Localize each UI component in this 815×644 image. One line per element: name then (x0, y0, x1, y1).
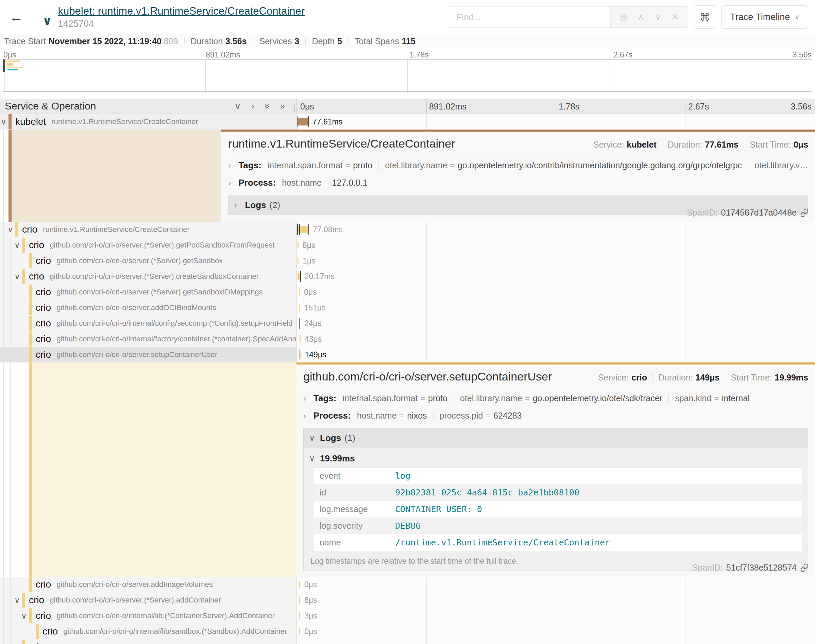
minimap-scrubber-handle[interactable] (3, 60, 5, 72)
locate-icon[interactable]: ◎ (619, 12, 628, 23)
trace-minimap[interactable] (3, 59, 812, 92)
span-name-cell[interactable]: ∨criogithub.com/cri-o/cri-o/server.(*Ser… (0, 592, 297, 608)
tags-accordion[interactable]: › Tags: internal.span.format=protootel.l… (228, 157, 808, 174)
tag-pill[interactable]: span.kind=internal (675, 393, 750, 403)
span-timeline-cell[interactable]: 0μs (297, 284, 815, 300)
span-bar[interactable] (299, 581, 300, 588)
span-row[interactable]: criogithub.com/cri-o/cri-o/server.(*Serv… (0, 253, 815, 268)
view-selector-button[interactable]: Trace Timeline ∨ (722, 5, 808, 29)
span-row[interactable]: criogithub.com/cri-o/cri-o/internal/fact… (0, 331, 815, 347)
tag-pill[interactable]: otel.library.name=go.opentelemetry.io/co… (385, 161, 742, 170)
span-timeline-cell[interactable]: 8μs (297, 237, 815, 253)
tag-pill[interactable]: internal.span.format=proto (342, 393, 447, 403)
logs-accordion-expanded[interactable]: ∨ Logs (1) (303, 428, 808, 448)
span-name-cell[interactable]: ∨criogithub.com/cri-o/cri-o/internal/lib… (0, 608, 297, 624)
span-bar[interactable] (297, 241, 299, 249)
span-row[interactable]: criogithub.com/cri-o/cri-o/server.addIma… (0, 577, 815, 592)
span-timeline-cell[interactable]: 77.08ms (297, 222, 815, 237)
span-bar[interactable] (297, 226, 309, 233)
column-resize-handle[interactable] (292, 106, 295, 112)
span-name-cell[interactable]: ∨criogithub.com/cri-o/cri-o/server.(*Ser… (0, 237, 297, 253)
expand-chevron-icon[interactable]: ∨ (21, 611, 27, 621)
detail-span-title[interactable]: runtime.v1.RuntimeService/CreateContaine… (228, 137, 593, 150)
span-name-cell[interactable]: criogithub.com/cri-o/cri-o/server.addIma… (0, 577, 297, 592)
span-name-cell[interactable]: ∨kubeletruntime.v1.RuntimeService/Create… (0, 114, 297, 130)
span-timeline-cell[interactable]: 6μs (297, 592, 815, 608)
detail-span-title[interactable]: github.com/cri-o/cri-o/server.setupConta… (303, 370, 598, 383)
process-accordion[interactable]: › Process: host.name=nixosprocess.pid=62… (303, 407, 808, 424)
span-name-cell[interactable]: criogithub.com/cri-o/cri-o/server.(*Serv… (0, 284, 297, 300)
span-row[interactable]: ∨criogithub.com/cri-o/cri-o/server.(*Ser… (0, 237, 815, 253)
span-bar[interactable] (299, 596, 300, 604)
span-timeline-cell[interactable]: 0μs (297, 577, 815, 592)
span-timeline-cell[interactable]: 149μs (297, 347, 815, 362)
trace-title-link[interactable]: kubelet: runtime.v1.RuntimeService/Creat… (58, 5, 305, 17)
span-row[interactable]: ∨criogithub.com/cri-o/cri-o/server.(*Ser… (0, 592, 815, 608)
span-name-cell[interactable]: criogithub.com/cri-o/cri-o/internal/conf… (0, 316, 297, 331)
expand-one-icon[interactable]: › (251, 101, 254, 112)
span-name-cell[interactable]: criogithub.com/cri-o/cri-o/server.addOCI… (0, 300, 297, 316)
span-row[interactable]: ∨crioruntime.v1.RuntimeService/CreateCon… (0, 222, 815, 237)
span-name-cell[interactable]: ∨crioruntime.v1.RuntimeService/CreateCon… (0, 222, 297, 237)
span-timeline-cell[interactable]: 0μs (297, 624, 815, 639)
span-name-cell[interactable]: criogithub.com/cri-o/cri-o/server.(*Serv… (0, 639, 297, 644)
tag-pill[interactable]: otel.library.name=go.opentelemetry.io/ot… (460, 393, 662, 403)
find-input[interactable] (449, 6, 610, 28)
span-timeline-cell[interactable]: 151μs (297, 300, 815, 316)
span-name-cell[interactable]: criogithub.com/cri-o/cri-o/internal/fact… (0, 331, 297, 347)
expand-chevron-icon[interactable]: ∨ (1, 117, 6, 126)
clear-search-icon[interactable]: ✕ (671, 12, 679, 23)
span-row[interactable]: ∨criogithub.com/cri-o/cri-o/internal/lib… (0, 608, 815, 624)
span-row[interactable]: criogithub.com/cri-o/cri-o/server.setupC… (0, 347, 815, 362)
span-bar[interactable] (299, 320, 300, 327)
collapse-one-icon[interactable]: ∨ (234, 101, 241, 112)
process-accordion[interactable]: › Process: host.name=127.0.0.1 (228, 174, 808, 192)
back-button[interactable]: ← (0, 0, 33, 34)
prev-result-icon[interactable]: ∧ (637, 12, 644, 23)
span-bar[interactable] (299, 304, 300, 311)
span-timeline-cell[interactable]: 0μs (297, 639, 815, 644)
span-bar[interactable] (299, 628, 300, 635)
span-row[interactable]: ∨kubeletruntime.v1.RuntimeService/Create… (0, 114, 815, 130)
span-row[interactable]: criogithub.com/cri-o/cri-o/server.(*Serv… (0, 639, 815, 644)
span-bar[interactable] (299, 612, 300, 619)
span-timeline-cell[interactable]: 1μs (297, 253, 815, 268)
span-name-cell[interactable]: ∨criogithub.com/cri-o/cri-o/server.(*Ser… (0, 268, 297, 284)
tags-accordion[interactable]: › Tags: internal.span.format=protootel.l… (303, 389, 808, 407)
span-timeline-cell[interactable]: 24μs (297, 316, 815, 331)
expand-chevron-icon[interactable]: ∨ (8, 225, 13, 234)
span-timeline-cell[interactable]: 77.61ms (297, 114, 815, 130)
span-bar[interactable] (297, 273, 300, 280)
expand-chevron-icon[interactable]: ∨ (14, 596, 20, 605)
span-name-cell[interactable]: criogithub.com/cri-o/cri-o/server.setupC… (0, 347, 297, 362)
span-row[interactable]: criogithub.com/cri-o/cri-o/internal/lib/… (0, 624, 815, 639)
span-timeline-cell[interactable]: 3μs (297, 608, 815, 624)
span-timeline-cell[interactable]: 20.17ms (297, 268, 815, 284)
span-row[interactable]: criogithub.com/cri-o/cri-o/server.(*Serv… (0, 284, 815, 300)
tag-pill[interactable]: host.name=127.0.0.1 (282, 178, 368, 188)
log-timestamp-accordion[interactable]: ∨ 19.99ms (309, 449, 803, 467)
tag-pill[interactable]: internal.span.format=proto (268, 161, 373, 170)
tag-pill[interactable]: host.name=nixos (357, 411, 427, 421)
span-row[interactable]: criogithub.com/cri-o/cri-o/internal/conf… (0, 316, 815, 331)
tag-pill[interactable]: otel.library.v… (754, 161, 808, 170)
keyboard-shortcuts-button[interactable]: ⌘ (694, 5, 716, 29)
span-bar[interactable] (300, 351, 301, 358)
expand-chevron-icon[interactable]: ∨ (14, 241, 20, 250)
collapse-all-icon[interactable]: » (262, 103, 272, 109)
span-name-cell[interactable]: criogithub.com/cri-o/cri-o/internal/lib/… (0, 624, 297, 639)
span-bar[interactable] (297, 257, 299, 265)
span-bar[interactable] (300, 335, 300, 343)
span-timeline-cell[interactable]: 43μs (297, 331, 815, 347)
next-result-icon[interactable]: ∨ (654, 12, 661, 23)
expand-chevron-icon[interactable]: ∨ (14, 272, 20, 281)
expand-all-icon[interactable]: » (280, 101, 285, 112)
span-bar[interactable] (299, 288, 300, 296)
copy-link-icon[interactable] (800, 209, 809, 217)
span-bar[interactable] (297, 118, 308, 126)
span-row[interactable]: criogithub.com/cri-o/cri-o/server.addOCI… (0, 300, 815, 316)
collapse-trace-chevron-icon[interactable]: ∨ (43, 14, 52, 28)
span-name-cell[interactable]: criogithub.com/cri-o/cri-o/server.(*Serv… (0, 253, 297, 268)
copy-link-icon[interactable] (800, 563, 809, 572)
span-row[interactable]: ∨criogithub.com/cri-o/cri-o/server.(*Ser… (0, 268, 815, 284)
